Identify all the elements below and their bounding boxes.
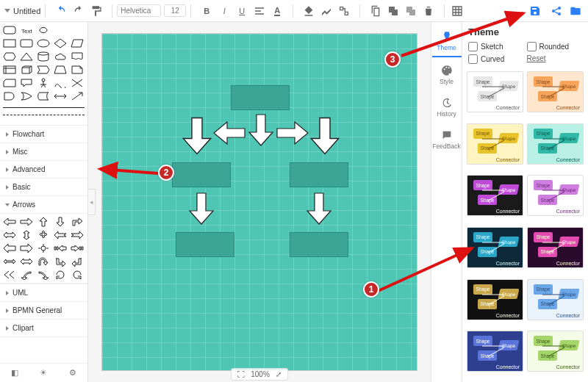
- category-uml[interactable]: UML: [0, 284, 87, 302]
- diagram-arrow-down[interactable]: [248, 113, 274, 147]
- table-button[interactable]: [449, 3, 465, 19]
- arrow-striped-l[interactable]: [54, 243, 67, 253]
- arrow-up[interactable]: [37, 217, 50, 227]
- shape-datastore[interactable]: [37, 91, 50, 101]
- arrow-ud[interactable]: [20, 230, 33, 240]
- connector-style-button[interactable]: [336, 3, 352, 19]
- arrow-block-lr[interactable]: [3, 256, 16, 267]
- category-advanced[interactable]: Advanced: [0, 161, 87, 179]
- send-back-button[interactable]: [403, 3, 419, 19]
- diagram-arrow-down[interactable]: [306, 190, 332, 227]
- shape-rrect2[interactable]: [20, 38, 33, 48]
- canvas-area[interactable]: ◂: [88, 22, 431, 382]
- theme-thumb-0[interactable]: ShapeShapeShapeConnector: [467, 71, 523, 112]
- delete-button[interactable]: [420, 3, 437, 19]
- shape-note[interactable]: [71, 65, 84, 75]
- category-misc[interactable]: Misc: [0, 143, 87, 161]
- fullscreen-button[interactable]: ⤢: [276, 370, 282, 378]
- category-bpmn[interactable]: BPMN General: [0, 302, 87, 320]
- fill-color-button[interactable]: [301, 3, 317, 19]
- arrow-curved-u[interactable]: [37, 256, 50, 267]
- theme-thumb-7[interactable]: ShapeShapeShapeConnector: [527, 227, 584, 268]
- diagram-node[interactable]: [176, 232, 234, 257]
- text-color-button[interactable]: A: [269, 3, 285, 19]
- arrow-wide-left[interactable]: [3, 243, 16, 253]
- arrow-wide-right[interactable]: [20, 243, 33, 253]
- shape-arrow-both[interactable]: [54, 91, 67, 101]
- shape-arrow-ne[interactable]: [71, 91, 84, 101]
- arrow-bent-r[interactable]: [71, 256, 84, 267]
- arrow-chevrons-l[interactable]: [3, 270, 16, 280]
- zoom-fit-button[interactable]: ⛶: [237, 370, 245, 378]
- diagram-arrow-down[interactable]: [188, 190, 215, 227]
- shape-document[interactable]: [71, 51, 84, 62]
- panel-collapse-toggle[interactable]: ◂: [88, 189, 96, 215]
- format-paint-button[interactable]: [88, 3, 104, 19]
- theme-thumb-1[interactable]: ShapeShapeShapeConnector: [527, 71, 584, 112]
- settings-icon[interactable]: ⚙: [69, 368, 76, 378]
- diagram-arrow-left[interactable]: [212, 120, 246, 145]
- canvas[interactable]: [101, 33, 417, 371]
- shape-ellipse[interactable]: [37, 38, 50, 48]
- theme-thumb-6[interactable]: ShapeShapeShapeConnector: [467, 227, 523, 268]
- category-basic[interactable]: Basic: [0, 179, 87, 196]
- diagram-node[interactable]: [290, 232, 348, 257]
- category-arrows[interactable]: Arrows: [0, 196, 87, 214]
- shape-callout[interactable]: [20, 78, 33, 88]
- zoom-value[interactable]: 100%: [251, 370, 270, 378]
- theme-thumb-4[interactable]: ShapeShapeShapeConnector: [467, 175, 523, 216]
- italic-button[interactable]: I: [216, 3, 232, 19]
- shape-parallelogram[interactable]: [71, 38, 84, 48]
- line-style-button[interactable]: [318, 3, 334, 19]
- align-button[interactable]: [251, 3, 268, 19]
- shape-cube[interactable]: [20, 65, 33, 75]
- arrow-cycle[interactable]: [54, 270, 67, 280]
- arrow-turn[interactable]: [71, 217, 84, 227]
- copy-button[interactable]: [368, 3, 384, 19]
- shape-curve[interactable]: [54, 78, 67, 88]
- opt-sketch[interactable]: Sketch: [468, 42, 524, 51]
- shape-cylinder[interactable]: [37, 51, 50, 62]
- theme-thumb-8[interactable]: ShapeShapeShapeConnector: [467, 279, 523, 320]
- arrow-down[interactable]: [54, 217, 67, 227]
- arrow-notch-right[interactable]: [71, 230, 84, 240]
- diagram-arrow-right[interactable]: [276, 120, 309, 145]
- arrow-wide-quad[interactable]: [37, 243, 50, 253]
- theme-thumb-10[interactable]: ShapeShapeShapeConnector: [467, 331, 523, 372]
- tab-theme[interactable]: Theme: [432, 26, 462, 57]
- font-family-select[interactable]: [117, 4, 161, 17]
- bold-button[interactable]: B: [198, 3, 215, 19]
- shape-cloud[interactable]: [54, 51, 67, 62]
- theme-thumb-2[interactable]: ShapeShapeShapeConnector: [467, 123, 523, 165]
- arrow-cycle2[interactable]: [71, 270, 84, 280]
- arrow-left[interactable]: [3, 217, 16, 227]
- arrow-quad[interactable]: [37, 230, 50, 240]
- shape-ellipse-small[interactable]: [37, 25, 50, 35]
- shape-line-x[interactable]: [71, 78, 84, 88]
- tab-style[interactable]: Style: [432, 60, 462, 90]
- line-solid[interactable]: [3, 107, 85, 112]
- share-button[interactable]: [548, 3, 564, 19]
- arrow-block-lr2[interactable]: [20, 256, 33, 267]
- theme-reset[interactable]: Reset: [527, 54, 583, 64]
- category-clipart[interactable]: Clipart: [0, 320, 87, 337]
- shape-step[interactable]: [37, 65, 50, 75]
- theme-thumb-11[interactable]: ShapeShapeShapeConnector: [527, 331, 584, 372]
- document-title[interactable]: Untitled: [4, 7, 40, 15]
- opt-rounded[interactable]: Rounded: [527, 42, 583, 51]
- shape-and[interactable]: [3, 91, 16, 101]
- diagram-node[interactable]: [290, 162, 348, 187]
- arrow-curve-dr[interactable]: [37, 270, 50, 280]
- undo-button[interactable]: [53, 3, 69, 19]
- shape-rect[interactable]: [3, 38, 16, 48]
- layers-icon[interactable]: ◧: [11, 368, 18, 378]
- theme-thumb-9[interactable]: ShapeShapeShapeConnector: [527, 279, 584, 320]
- theme-thumb-3[interactable]: ShapeShapeShapeConnector: [527, 123, 584, 165]
- bring-front-button[interactable]: [385, 3, 401, 19]
- arrow-right[interactable]: [20, 217, 33, 227]
- theme-thumb-5[interactable]: ShapeShapeShapeConnector: [527, 175, 584, 216]
- shape-rounded-rect[interactable]: [3, 25, 16, 35]
- opt-curved[interactable]: Curved: [468, 54, 524, 64]
- diagram-node[interactable]: [172, 162, 231, 187]
- brightness-icon[interactable]: ☀: [40, 368, 47, 378]
